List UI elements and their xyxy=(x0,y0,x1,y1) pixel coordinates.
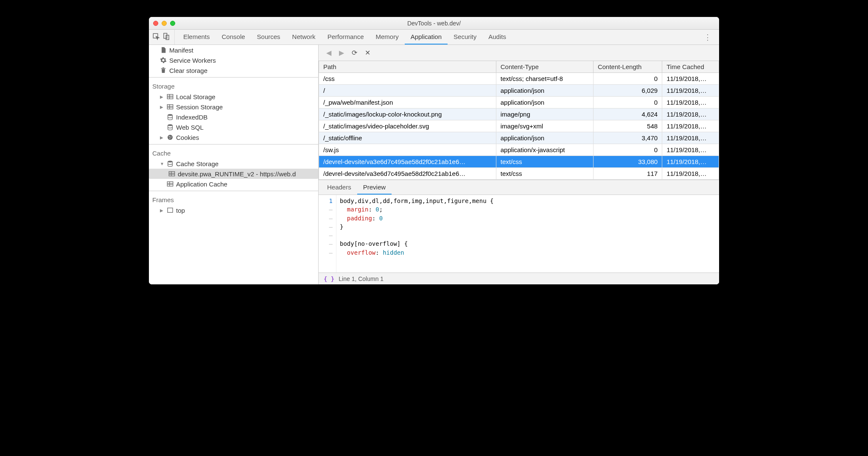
tab-security[interactable]: Security xyxy=(448,30,482,44)
line-number: 1 xyxy=(320,197,333,205)
cell-time: 11/19/2018,… xyxy=(662,156,719,168)
sidebar-item-service-workers[interactable]: Service Workers xyxy=(149,55,318,65)
cell-path: / xyxy=(319,85,496,97)
sidebar: Manifest Service Workers Clear storage S… xyxy=(149,45,319,284)
file-icon xyxy=(160,47,167,53)
sidebar-label: Local Storage xyxy=(176,93,216,100)
db-icon xyxy=(167,114,174,120)
svg-point-9 xyxy=(171,136,171,137)
grid-icon xyxy=(167,93,174,100)
tab-performance[interactable]: Performance xyxy=(322,30,370,44)
table-row[interactable]: /_static/offlineapplication/json3,47011/… xyxy=(319,132,719,144)
grid-icon xyxy=(167,181,174,187)
col-path[interactable]: Path xyxy=(319,61,496,73)
svg-rect-2 xyxy=(166,35,169,40)
sidebar-item-cache-storage[interactable]: ▼ Cache Storage xyxy=(149,158,318,169)
svg-rect-13 xyxy=(167,182,173,186)
subtab-headers[interactable]: Headers xyxy=(321,180,357,195)
refresh-icon[interactable]: ⟳ xyxy=(352,49,357,57)
cell-time: 11/19/2018,… xyxy=(662,85,719,97)
cell-path: /_pwa/web/manifest.json xyxy=(319,97,496,108)
section-storage: Storage xyxy=(149,79,318,92)
cell-time: 11/19/2018,… xyxy=(662,108,719,120)
table-row[interactable]: /devrel-devsite/va3e6d7c495ae58d2f0c21ab… xyxy=(319,156,719,168)
cell-ct: application/json xyxy=(496,132,593,144)
frame-icon xyxy=(167,207,174,214)
cache-toolbar: ◀ ▶ ⟳ ✕ xyxy=(319,45,719,61)
sidebar-item-clear-storage[interactable]: Clear storage xyxy=(149,65,318,75)
cell-path: /_static/offline xyxy=(319,132,496,144)
sidebar-item-frame-top[interactable]: ▶ top xyxy=(149,205,318,215)
next-icon[interactable]: ▶ xyxy=(339,49,344,57)
tab-elements[interactable]: Elements xyxy=(177,30,216,44)
svg-rect-3 xyxy=(167,95,173,99)
tab-console[interactable]: Console xyxy=(216,30,251,44)
code-preview: 1 –––––– body,div,dl,dd,form,img,input,f… xyxy=(319,195,719,272)
sidebar-item-cache-entry[interactable]: devsite.pwa_RUNTIME_v2 - https://web.d xyxy=(149,169,318,179)
svg-point-7 xyxy=(168,135,173,140)
cell-ct: image/svg+xml xyxy=(496,120,593,132)
window-title: DevTools - web.dev/ xyxy=(149,20,719,27)
close-icon[interactable] xyxy=(153,21,158,26)
table-row[interactable]: /application/json6,02911/19/2018,… xyxy=(319,85,719,97)
zoom-icon[interactable] xyxy=(170,21,175,26)
sidebar-item-manifest[interactable]: Manifest xyxy=(149,45,318,55)
cell-len: 0 xyxy=(593,144,662,156)
tab-audits[interactable]: Audits xyxy=(482,30,512,44)
sidebar-label: devsite.pwa_RUNTIME_v2 - https://web.d xyxy=(178,170,296,178)
table-row[interactable]: /csstext/css; charset=utf-8011/19/2018,… xyxy=(319,73,719,85)
more-icon[interactable]: ⋮ xyxy=(700,30,716,44)
code-text[interactable]: body,div,dl,dd,form,img,input,figure,men… xyxy=(336,195,497,272)
table-row[interactable]: /sw.jsapplication/x-javascript011/19/201… xyxy=(319,144,719,156)
inspect-icon[interactable] xyxy=(152,33,160,42)
grid-icon xyxy=(167,103,174,110)
cell-ct: application/x-javascript xyxy=(496,144,593,156)
tab-sources[interactable]: Sources xyxy=(251,30,286,44)
sidebar-label: Session Storage xyxy=(176,103,223,111)
table-row[interactable]: /_static/images/lockup-color-knockout.pn… xyxy=(319,108,719,120)
device-icon[interactable] xyxy=(162,33,170,42)
window-controls xyxy=(153,21,175,26)
cell-path: /css xyxy=(319,73,496,85)
cell-len: 548 xyxy=(593,120,662,132)
sidebar-item-websql[interactable]: Web SQL xyxy=(149,122,318,132)
table-row[interactable]: /_static/images/video-placeholder.svgima… xyxy=(319,120,719,132)
cursor-position: Line 1, Column 1 xyxy=(339,275,384,282)
sidebar-item-application-cache[interactable]: Application Cache xyxy=(149,179,318,189)
gutter: 1 –––––– xyxy=(319,195,336,272)
cell-time: 11/19/2018,… xyxy=(662,168,719,180)
sidebar-item-cookies[interactable]: ▶ Cookies xyxy=(149,132,318,142)
cell-len: 6,029 xyxy=(593,85,662,97)
col-time-cached[interactable]: Time Cached xyxy=(662,61,719,73)
cookie-icon xyxy=(167,134,174,141)
cell-len: 117 xyxy=(593,168,662,180)
cell-ct: text/css xyxy=(496,156,593,168)
svg-rect-4 xyxy=(167,105,173,109)
format-icon[interactable]: { } xyxy=(324,275,334,282)
main-panel: ◀ ▶ ⟳ ✕ Path Content-Type Content-Length… xyxy=(319,45,719,284)
cell-ct: application/json xyxy=(496,85,593,97)
sidebar-label: Service Workers xyxy=(169,57,216,64)
table-row[interactable]: /_pwa/web/manifest.jsonapplication/json0… xyxy=(319,97,719,108)
tab-memory[interactable]: Memory xyxy=(370,30,405,44)
prev-icon[interactable]: ◀ xyxy=(326,49,331,57)
minimize-icon[interactable] xyxy=(162,21,167,26)
table-row[interactable]: /devrel-devsite/va3e6d7c495ae58d2f0c21ab… xyxy=(319,168,719,180)
grid-icon xyxy=(168,170,175,177)
cell-time: 11/19/2018,… xyxy=(662,120,719,132)
col-content-length[interactable]: Content-Length xyxy=(593,61,662,73)
panel-tabs: Elements Console Sources Network Perform… xyxy=(149,30,719,45)
svg-point-5 xyxy=(168,114,173,116)
sidebar-item-indexeddb[interactable]: IndexedDB xyxy=(149,112,318,122)
sidebar-item-local-storage[interactable]: ▶ Local Storage xyxy=(149,92,318,102)
tab-application[interactable]: Application xyxy=(405,30,448,44)
col-content-type[interactable]: Content-Type xyxy=(496,61,593,73)
section-cache: Cache xyxy=(149,146,318,158)
tab-network[interactable]: Network xyxy=(286,30,322,44)
close-icon[interactable]: ✕ xyxy=(365,49,370,57)
cell-ct: text/css xyxy=(496,168,593,180)
sidebar-label: Web SQL xyxy=(176,124,204,131)
sidebar-item-session-storage[interactable]: ▶ Session Storage xyxy=(149,102,318,112)
subtab-preview[interactable]: Preview xyxy=(357,180,392,195)
svg-point-8 xyxy=(169,136,170,137)
